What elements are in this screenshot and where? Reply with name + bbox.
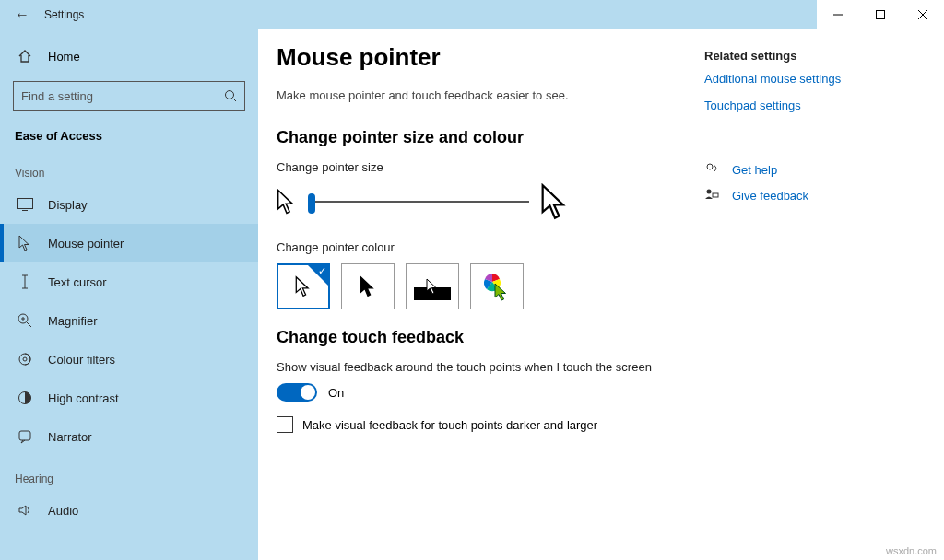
svg-point-18: [707, 190, 712, 194]
sidebar-item-label: Audio: [48, 504, 78, 518]
link-give-feedback[interactable]: Give feedback: [704, 188, 907, 203]
darker-larger-checkbox[interactable]: [277, 416, 293, 433]
sidebar-item-audio[interactable]: Audio: [0, 491, 258, 530]
feedback-icon: [704, 188, 721, 203]
svg-point-17: [707, 164, 713, 169]
small-cursor-icon: [277, 189, 297, 215]
colour-option-custom[interactable]: [470, 263, 524, 309]
sidebar-item-label: High contrast: [48, 391, 119, 405]
sidebar-item-colour-filters[interactable]: Colour filters: [0, 340, 258, 379]
high-contrast-icon: [15, 388, 35, 408]
search-input[interactable]: [13, 81, 245, 111]
checkbox-label: Make visual feedback for touch points da…: [302, 418, 597, 432]
colour-option-black[interactable]: [341, 263, 395, 309]
sidebar-item-label: Narrator: [48, 430, 92, 444]
section-size-colour: Change pointer size and colour: [277, 128, 704, 147]
colour-option-inverted[interactable]: [406, 263, 459, 309]
titlebar: ← Settings: [0, 0, 944, 29]
page-description: Make mouse pointer and touch feedback ea…: [277, 88, 704, 102]
link-get-help[interactable]: Get help: [704, 162, 907, 177]
audio-icon: [15, 500, 35, 520]
sidebar-item-high-contrast[interactable]: High contrast: [0, 379, 258, 417]
sidebar: Home Ease of Access Vision Display Mouse…: [0, 29, 258, 560]
help-icon: [704, 162, 721, 177]
close-button[interactable]: [902, 0, 944, 29]
svg-rect-6: [18, 199, 33, 209]
search-field[interactable]: [21, 89, 224, 103]
slider-track[interactable]: [308, 201, 529, 203]
group-label-hearing: Hearing: [0, 456, 258, 491]
sidebar-item-mouse-pointer[interactable]: Mouse pointer: [0, 224, 258, 262]
related-settings-head: Related settings: [704, 49, 907, 63]
maximize-button[interactable]: [859, 0, 902, 29]
touch-desc: Show visual feedback around the touch po…: [277, 360, 704, 374]
colour-option-white[interactable]: ✓: [277, 263, 330, 309]
back-button[interactable]: ←: [0, 6, 44, 23]
pointer-size-slider[interactable]: [277, 183, 704, 220]
svg-line-11: [27, 322, 31, 327]
svg-rect-19: [713, 193, 718, 197]
text-cursor-icon: [15, 272, 35, 292]
sidebar-item-label: Display: [48, 198, 88, 212]
sidebar-item-label: Home: [48, 50, 80, 64]
sidebar-category: Ease of Access: [0, 118, 258, 150]
touch-feedback-toggle[interactable]: [277, 383, 317, 402]
page-title: Mouse pointer: [277, 43, 704, 72]
toggle-state-label: On: [328, 386, 344, 400]
window-controls: [817, 0, 944, 29]
link-additional-mouse-settings[interactable]: Additional mouse settings: [704, 72, 907, 86]
sidebar-item-display[interactable]: Display: [0, 185, 258, 224]
section-touch-feedback: Change touch feedback: [277, 328, 704, 347]
cursor-icon: [15, 233, 35, 253]
svg-rect-1: [877, 11, 885, 19]
search-icon: [224, 89, 237, 102]
home-icon: [15, 46, 35, 66]
sidebar-item-narrator[interactable]: Narrator: [0, 417, 258, 456]
size-label: Change pointer size: [277, 160, 704, 174]
svg-line-5: [233, 99, 236, 101]
colour-filters-icon: [15, 349, 35, 369]
svg-rect-15: [19, 431, 30, 440]
content-area: Mouse pointer Make mouse pointer and tou…: [258, 29, 944, 560]
large-cursor-icon: [540, 183, 570, 220]
svg-point-13: [23, 357, 27, 361]
sidebar-item-home[interactable]: Home: [0, 39, 258, 74]
sidebar-item-label: Text cursor: [48, 275, 107, 289]
sidebar-item-text-cursor[interactable]: Text cursor: [0, 262, 258, 301]
related-panel: Related settings Additional mouse settin…: [704, 43, 907, 560]
colour-options: ✓: [277, 263, 704, 309]
window-title: Settings: [44, 8, 84, 21]
display-icon: [15, 194, 35, 215]
group-label-vision: Vision: [0, 150, 258, 185]
colour-label: Change pointer colour: [277, 240, 704, 254]
sidebar-item-magnifier[interactable]: Magnifier: [0, 301, 258, 340]
narrator-icon: [15, 426, 35, 447]
minimize-button[interactable]: [817, 0, 859, 29]
sidebar-item-label: Mouse pointer: [48, 237, 124, 251]
watermark: wsxdn.com: [886, 545, 937, 556]
slider-thumb[interactable]: [308, 193, 315, 214]
sidebar-item-label: Magnifier: [48, 314, 97, 328]
svg-point-4: [226, 91, 234, 99]
link-touchpad-settings[interactable]: Touchpad settings: [704, 99, 907, 112]
magnifier-icon: [15, 310, 35, 331]
sidebar-item-label: Colour filters: [48, 353, 115, 367]
